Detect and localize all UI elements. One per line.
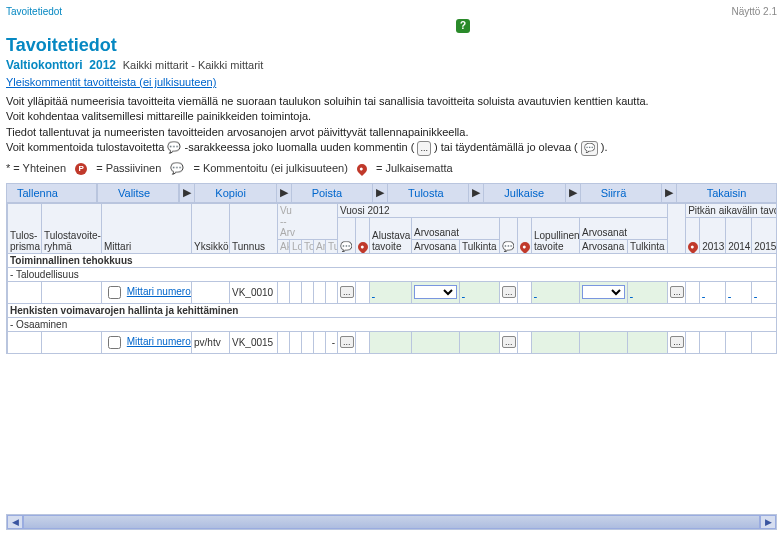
select-dropdown-icon[interactable]: ▶: [179, 184, 194, 202]
comments-link[interactable]: Yleiskommentit tavoitteista (ei julkisuu…: [6, 76, 216, 88]
org-name: Valtiokonttori: [6, 58, 83, 72]
year: 2012: [89, 58, 116, 72]
move-dropdown-icon[interactable]: ▶: [661, 184, 676, 202]
mittari-link-1[interactable]: Mittari numero 1: [127, 286, 192, 297]
info-line-4b: -sarakkeessa joko luomalla uuden komment…: [185, 141, 415, 153]
col-lo: Lo: [290, 239, 302, 253]
group-1: Toiminnallinen tehokkuus: [8, 253, 778, 267]
legend-unpublished: = Julkaisematta: [376, 162, 453, 174]
col-2013[interactable]: 2013: [700, 217, 726, 253]
col-pin-3: [686, 217, 700, 253]
col-group-short: Vu--Arv: [278, 203, 338, 239]
copy-dropdown-icon[interactable]: ▶: [276, 184, 291, 202]
col-pin-1: [356, 217, 370, 253]
col-lopullinen[interactable]: Lopullinen tavoite: [532, 217, 580, 253]
info-line-4c: ) tai täydentämällä jo olevaa (: [434, 141, 578, 153]
delete-button[interactable]: Poista: [291, 184, 372, 202]
info-line-1: Voit ylläpitää numeerisia tavoitteita vi…: [6, 94, 777, 109]
col-tulkinta-1[interactable]: Tulkinta: [460, 239, 500, 253]
info-line-4d: ).: [601, 141, 608, 153]
pitkav-btn-2[interactable]: ...: [670, 336, 684, 348]
y2013-cell-1[interactable]: [702, 287, 705, 298]
col-arvosana-2[interactable]: Arvosana: [580, 239, 628, 253]
save-button[interactable]: Tallenna: [7, 184, 97, 202]
move-button[interactable]: Siirrä: [580, 184, 661, 202]
tulkinta-cell-1a[interactable]: [462, 287, 465, 298]
y2014-cell-1[interactable]: [728, 287, 731, 298]
col-arvosanat-1: Arvosanat: [412, 217, 500, 239]
col-mittari[interactable]: Mittari: [102, 203, 192, 253]
comment-btn-2b[interactable]: ...: [502, 336, 516, 348]
col-an: An: [314, 239, 326, 253]
scroll-thumb[interactable]: [23, 515, 760, 529]
comment-icon: 💬: [170, 162, 184, 174]
col-tulkinta-2[interactable]: Tulkinta: [628, 239, 668, 253]
col-pitkav: Pitkän aikavälin tavoitteet: [686, 203, 777, 217]
col-arvosana-1[interactable]: Arvosana: [412, 239, 460, 253]
col-comment-2: 💬: [500, 217, 518, 253]
pitkav-btn-1[interactable]: ...: [670, 286, 684, 298]
comment-btn-1b[interactable]: ...: [502, 286, 516, 298]
publish-dropdown-icon[interactable]: ▶: [565, 184, 580, 202]
col-ellipsis-pitkav: [668, 203, 686, 253]
help-icon[interactable]: ?: [456, 19, 470, 33]
breadcrumb[interactable]: Tavoitetiedot: [6, 6, 62, 17]
lopullinen-cell-1[interactable]: [534, 287, 537, 298]
toolbar: Tallenna Valitse ▶ Kopioi ▶ Poista ▶ Tul…: [6, 183, 777, 203]
col-2015[interactable]: 2015: [752, 217, 777, 253]
group-2: Henkisten voimavarojen hallinta ja kehit…: [8, 303, 778, 317]
publish-button[interactable]: Julkaise: [483, 184, 564, 202]
info-line-3: Tiedot tallentuvat ja numeeristen tavoit…: [6, 125, 777, 140]
y2015-cell-1[interactable]: [754, 287, 757, 298]
print-dropdown-icon[interactable]: ▶: [468, 184, 483, 202]
passive-icon: P: [75, 163, 87, 175]
col-ryhma[interactable]: Tulostavoite- ryhmä: [42, 203, 102, 253]
select-button[interactable]: Valitse: [97, 184, 179, 202]
unpublished-icon: [355, 162, 369, 176]
col-tunnus[interactable]: Tunnus: [230, 203, 278, 253]
subgroup-1: - Taloudellisuus: [8, 267, 778, 281]
arvosana-select-1a[interactable]: [414, 285, 457, 299]
table-row: Mittari numero 1 VK_0010 ... ... ...: [8, 281, 778, 303]
subgroup-2: - Osaaminen: [8, 317, 778, 331]
info-line-2: Voit kohdentaa valitsemillesi mittareill…: [6, 109, 777, 124]
col-vuosi: Vuosi 2012: [338, 203, 668, 217]
table-row-subgroup: - Osaaminen: [8, 317, 778, 331]
legend-comment: = Kommentoitu (ei julkisuuteen): [193, 162, 347, 174]
legend-star: * = Yhteinen: [6, 162, 66, 174]
screen-label: Näyttö 2.1: [731, 6, 777, 17]
comment-badge-icon: 💬: [581, 141, 598, 156]
code-1: VK_0010: [230, 281, 278, 303]
horizontal-scrollbar[interactable]: ◀ ▶: [6, 514, 777, 530]
table-row-subgroup: - Taloudellisuus: [8, 267, 778, 281]
row-checkbox[interactable]: [108, 336, 121, 349]
unit-2: pv/htv: [192, 331, 230, 353]
col-pin-2: [518, 217, 532, 253]
table-row-group: Henkisten voimavarojen hallinta ja kehit…: [8, 303, 778, 317]
back-button[interactable]: Takaisin: [676, 184, 776, 202]
print-button[interactable]: Tulosta: [387, 184, 468, 202]
ellipsis-icon: ...: [417, 141, 431, 156]
legend: * = Yhteinen P = Passiivinen 💬 = Komment…: [6, 162, 777, 175]
arvosana-select-1b[interactable]: [582, 285, 625, 299]
data-grid: Tulos- prisma Tulostavoite- ryhmä Mittar…: [7, 203, 777, 354]
comment-column-icon: 💬: [167, 141, 181, 153]
row-checkbox[interactable]: [108, 286, 121, 299]
col-2014[interactable]: 2014: [726, 217, 752, 253]
page-title: Tavoitetiedot: [6, 35, 117, 56]
col-tulosprisma[interactable]: Tulos- prisma: [8, 203, 42, 253]
alustava-cell-1[interactable]: [372, 287, 375, 298]
tulkinta-cell-1b[interactable]: [630, 287, 633, 298]
mittari-link-2[interactable]: Mittari numero 2: [127, 336, 192, 347]
col-tu: Tu: [326, 239, 338, 253]
comment-btn-2a[interactable]: ...: [340, 336, 354, 348]
copy-button[interactable]: Kopioi: [194, 184, 275, 202]
table-row: Mittari numero 2 pv/htv VK_0015 - ... ..…: [8, 331, 778, 353]
delete-dropdown-icon[interactable]: ▶: [372, 184, 387, 202]
code-2: VK_0015: [230, 331, 278, 353]
comment-btn-1a[interactable]: ...: [340, 286, 354, 298]
scroll-left-icon[interactable]: ◀: [7, 515, 23, 529]
col-alustava[interactable]: Alustava tavoite: [370, 217, 412, 253]
scroll-right-icon[interactable]: ▶: [760, 515, 776, 529]
col-yksikko[interactable]: Yksikkö: [192, 203, 230, 253]
